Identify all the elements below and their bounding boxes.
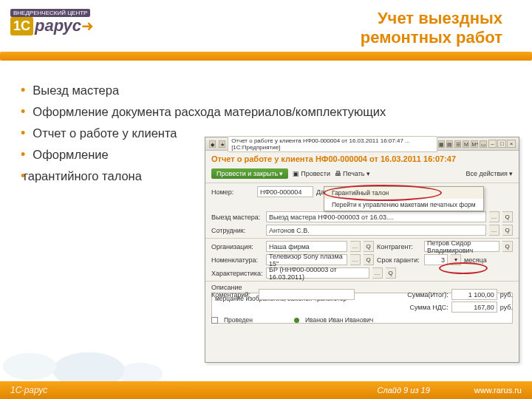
logo-rarus: рарус — [35, 16, 81, 35]
select-button[interactable]: … — [350, 254, 361, 265]
footer-url: www.rarus.ru — [474, 386, 522, 395]
page-number: Слайд 9 из 19 — [378, 386, 430, 395]
logo-1c: 1С — [10, 17, 33, 35]
open-button[interactable]: Q — [364, 241, 374, 252]
select-button[interactable]: … — [350, 241, 361, 252]
minimize-button[interactable]: – — [488, 140, 497, 148]
warranty-label: Срок гаранти: — [377, 256, 421, 264]
select-button[interactable]: … — [489, 211, 499, 222]
visit-field[interactable]: Выезд мастера НФ00-000003 от 16.03.... — [266, 211, 486, 222]
number-field[interactable]: НФ00-000004 — [257, 186, 313, 197]
doc-toolbar: Провести и закрыть▾ ▣Провести 🖶Печать▾ В… — [205, 167, 519, 183]
document-title: Отчет о работе у клиента НФ00-000004 от … — [205, 151, 519, 167]
vat-field[interactable]: 167,80 — [451, 301, 497, 313]
open-button[interactable]: Q — [502, 225, 513, 236]
post-icon: ▣ — [293, 170, 299, 177]
contractor-label: Контрагент: — [377, 243, 421, 250]
print-icon: 🖶 — [335, 170, 341, 177]
post-button[interactable]: ▣Провести — [293, 170, 330, 177]
open-button[interactable]: Q — [502, 211, 513, 222]
bullet-item: Оформление документа расхода материалов/… — [21, 104, 386, 120]
window-tab[interactable]: Отчет о работе у клиента НФ00-000004 от … — [228, 136, 437, 152]
toolbar-icon[interactable]: M⁺ — [471, 140, 478, 148]
comment-label: Коментарий: — [211, 291, 256, 299]
employee-field[interactable]: Антонов С.В. — [266, 225, 486, 236]
toolbar-icon[interactable]: ▭ — [480, 140, 486, 148]
logo-arrow-icon: ➜ — [81, 17, 94, 35]
toolbar-icon[interactable]: ☰ — [454, 140, 461, 148]
highlight-ring — [439, 262, 488, 274]
toolbar-icon[interactable]: M — [463, 140, 469, 148]
number-label: Номер: — [211, 188, 254, 196]
close-button[interactable]: × — [507, 140, 516, 148]
chevron-down-icon: ▾ — [279, 170, 283, 177]
nomenclature-field[interactable]: Телевизор Sony плазма 15'' — [266, 254, 347, 265]
nomenclature-label: Номенклатура: — [211, 256, 263, 264]
clouds-decoration — [0, 315, 170, 381]
characteristic-field[interactable]: БР (ННФ00-000003 от 16.03.2011) — [266, 267, 369, 279]
open-button[interactable]: Q — [364, 254, 374, 265]
slide-footer: 1С·рарус Слайд 9 из 19 www.rarus.ru — [0, 381, 532, 399]
posted-flag-icon — [211, 317, 218, 324]
sum-label: Сумма(Итог): — [407, 291, 449, 299]
chevron-down-icon: ▾ — [366, 170, 370, 177]
currency: руб. — [500, 304, 513, 311]
footer-logo: 1С·рарус — [10, 385, 47, 395]
visit-label: Выезд мастера: — [211, 214, 263, 221]
open-button[interactable]: Q — [386, 267, 396, 279]
titlebar[interactable]: ◆ ★ Отчет о работе у клиента НФ00-000004… — [205, 137, 519, 151]
comment-field[interactable] — [259, 289, 355, 300]
user-icon — [294, 318, 299, 323]
toolbar-icon[interactable]: ▦ — [438, 140, 445, 148]
home-icon[interactable]: ◆ — [209, 140, 216, 148]
characteristic-label: Характеристика: — [211, 270, 263, 277]
contractor-field[interactable]: Петров Сидор Владимирович — [424, 241, 499, 252]
open-button[interactable]: Q — [502, 241, 513, 252]
highlight-ring — [324, 185, 442, 201]
select-button[interactable]: … — [372, 267, 383, 279]
all-actions-button[interactable]: Все действия▾ — [466, 170, 513, 177]
toolbar-icon[interactable]: ▤ — [446, 140, 453, 148]
print-button[interactable]: 🖶Печать▾ — [335, 170, 369, 177]
star-icon[interactable]: ★ — [219, 140, 225, 148]
divider-bar — [0, 52, 532, 61]
user-name: Иванов Иван Иванович — [305, 316, 373, 324]
vat-label: Сумма НДС: — [409, 304, 448, 311]
org-field[interactable]: Наша фирма — [266, 241, 347, 252]
org-label: Организация: — [211, 243, 263, 250]
maximize-button[interactable]: □ — [497, 140, 506, 148]
employee-label: Сотрудник: — [211, 227, 263, 234]
sum-field[interactable]: 1 100,00 — [451, 289, 497, 300]
slide-title: Учет выездных ремонтных работ — [361, 9, 502, 48]
popup-item-templates[interactable]: Перейти к управлению макетами печатных ф… — [324, 199, 483, 211]
select-button[interactable]: … — [489, 225, 499, 236]
bullet-item: Выезд мастера — [21, 83, 386, 98]
post-and-close-button[interactable]: Провести и закрыть▾ — [211, 168, 288, 179]
chevron-down-icon: ▾ — [509, 170, 513, 177]
logo: ВНЕДРЕНЧЕСКИЙ ЦЕНТР 1С рарус ➜ — [10, 7, 94, 35]
posted-label: Проведен — [224, 316, 253, 324]
currency: руб. — [500, 291, 513, 299]
app-window: ◆ ★ Отчет о работе у клиента НФ00-000004… — [205, 137, 519, 363]
